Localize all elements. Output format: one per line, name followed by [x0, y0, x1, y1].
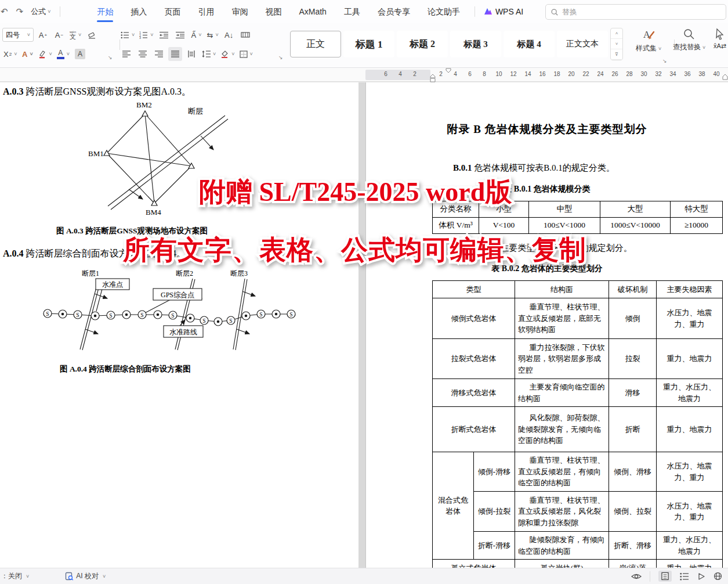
page-right[interactable]: 附录 B 危岩体规模分类及主要类型划分 B.0.1 危岩体规模可按表B.0.1的…: [366, 82, 728, 568]
table-cell: 重力拉张裂隙，下伏软弱岩层，软弱岩层多形成空腔: [515, 339, 609, 379]
tab-page[interactable]: 页面: [155, 0, 189, 23]
spellcheck-status[interactable]: ：关闭˅: [1, 571, 29, 581]
document-area[interactable]: A.0.3 跨活断层GNSS观测布设方案见图A.0.3。 BM2 BM1 BM4: [0, 82, 728, 568]
ruler-number: 22: [582, 71, 589, 77]
tab-stops-icon[interactable]: [238, 28, 252, 42]
tab-axmath[interactable]: AxMath: [290, 0, 335, 23]
tab-reference[interactable]: 引用: [189, 0, 223, 23]
borders-icon[interactable]: ˅: [238, 47, 254, 61]
tab-home[interactable]: 开始: [88, 0, 122, 23]
dialog-launcher-icon[interactable]: ↘: [278, 55, 283, 60]
figure-label-fault1: 断层1: [82, 269, 99, 277]
clear-format-icon[interactable]: [85, 28, 99, 42]
text-tool-icon[interactable]: A̋˅: [190, 28, 204, 42]
style-heading4[interactable]: 标题 4: [504, 31, 555, 57]
table-cell: 主要发育倾向临空面的结构面: [515, 379, 609, 407]
eye-protect-icon[interactable]: [631, 572, 642, 581]
char-shading-icon[interactable]: A: [73, 47, 87, 61]
page-view-icon[interactable]: [658, 571, 672, 582]
ruler-number: 40: [713, 71, 719, 77]
sort-icon[interactable]: A↓: [222, 28, 236, 42]
tab-tools[interactable]: 工具: [335, 0, 369, 23]
gallery-expand-icon[interactable]: ⊽: [611, 49, 622, 60]
style-bodytext[interactable]: 正文文本: [557, 31, 608, 57]
superscript-icon[interactable]: X2˅: [2, 47, 18, 61]
tab-member[interactable]: 会员专享: [369, 0, 419, 23]
search-input[interactable]: [562, 8, 721, 16]
wps-ai-label: WPS AI: [495, 7, 523, 16]
shading-icon[interactable]: ˅: [219, 47, 236, 61]
line-spacing-icon[interactable]: ˅: [201, 47, 217, 61]
align-left-icon[interactable]: [119, 47, 133, 61]
font-size-select[interactable]: 四号˅: [2, 28, 34, 42]
divider: [60, 6, 60, 17]
table-cell: 重力、地震力: [657, 339, 723, 379]
clause-text: 跨活断层GNSS观测布设方案见图A.0.3。: [26, 86, 191, 96]
formula-dropdown[interactable]: 公式˅: [27, 6, 54, 17]
table-cell: 崩(滚)落: [609, 560, 657, 568]
cursor-icon: [714, 28, 726, 41]
tab-insert[interactable]: 插入: [122, 0, 155, 23]
ruler[interactable]: 6 4 2 2 4 6 8 10 12 14 16 18 20 22 24 26…: [0, 68, 728, 82]
table-cell: 100≤V<1000: [529, 218, 600, 234]
chevron-down-icon: ˅: [103, 574, 106, 579]
select-tool-button[interactable]: x̂A⇄: [713, 28, 726, 50]
find-replace-button[interactable]: 查找替换˅: [673, 28, 705, 52]
ruler-number: 12: [510, 71, 516, 77]
ribbon-tabs: 开始 插入 页面 引用 审阅 视图 AxMath 工具 会员专享 论文助手: [88, 0, 468, 23]
dialog-launcher-icon[interactable]: ↘: [662, 58, 667, 64]
text-direction-icon[interactable]: ⇆˅: [206, 28, 220, 42]
decrease-font-icon[interactable]: A−: [52, 28, 66, 42]
font-color-icon[interactable]: A˅: [56, 47, 71, 61]
text-effects-icon[interactable]: A˅: [20, 47, 34, 61]
ruler-number: 30: [640, 71, 647, 77]
table-cell: 重力、水压力、地震力: [657, 379, 723, 407]
pinyin-guide-icon[interactable]: wén文˅: [68, 28, 82, 42]
gallery-up-icon[interactable]: ˄: [611, 28, 622, 39]
table-cell: 混合式危岩体: [433, 452, 474, 560]
align-center-icon[interactable]: [136, 47, 150, 61]
gallery-down-icon[interactable]: ˅: [611, 39, 622, 49]
outline-view-icon[interactable]: [680, 572, 689, 581]
style-heading1[interactable]: 标题 1: [343, 31, 394, 57]
undo-icon[interactable]: ↶: [0, 6, 12, 17]
style-heading2[interactable]: 标题 2: [397, 31, 448, 57]
style-heading3[interactable]: 标题 3: [450, 31, 501, 57]
play-view-icon[interactable]: [697, 572, 705, 581]
table-cell: 1000≤V<10000: [600, 218, 671, 234]
table-cell: 垂直节理、柱状节理、直立或反倾岩层，底部无软弱结构面: [515, 298, 609, 339]
decrease-indent-icon[interactable]: [157, 28, 171, 42]
page-left[interactable]: A.0.3 跨活断层GNSS观测布设方案见图A.0.3。 BM2 BM1 BM4: [0, 82, 358, 568]
ai-proofread-button[interactable]: AI 校对˅: [65, 571, 106, 581]
tab-view[interactable]: 视图: [256, 0, 290, 23]
style-label: 标题 2: [410, 38, 435, 51]
ruler-number: 20: [568, 71, 574, 77]
right-indent-marker[interactable]: [722, 74, 728, 80]
tab-paper-assistant[interactable]: 论文助手: [419, 0, 469, 23]
ribbon: 四号˅ A+ A− wén文˅ X2˅ A˅ ˅ A˅ A ↘ ˅ 123˅ A…: [0, 23, 728, 68]
dialog-launcher-icon[interactable]: ↘: [108, 55, 113, 60]
left-indent-marker[interactable]: [430, 74, 436, 82]
bullet-list-icon[interactable]: ˅: [119, 28, 136, 42]
first-line-indent-marker[interactable]: [446, 68, 451, 73]
increase-font-icon[interactable]: A+: [36, 28, 50, 42]
table-cell: 垂直节理、柱状节理、直立或反倾岩层，风化裂隙和重力拉张裂隙: [515, 492, 609, 532]
wps-ai-button[interactable]: WPS AI: [481, 7, 526, 16]
web-layout-icon[interactable]: [713, 572, 722, 581]
ruler-number: 6: [468, 71, 472, 77]
tab-review[interactable]: 审阅: [223, 0, 256, 23]
justify-icon[interactable]: [168, 47, 182, 61]
align-right-icon[interactable]: [152, 47, 166, 61]
redo-icon[interactable]: ↷: [12, 6, 28, 17]
figure-label-bm2: BM2: [136, 100, 152, 109]
svg-text:3: 3: [139, 36, 141, 39]
highlight-icon[interactable]: ˅: [37, 47, 53, 61]
wps-ai-logo-icon: [483, 8, 492, 16]
increase-indent-icon[interactable]: [173, 28, 187, 42]
numbered-list-icon[interactable]: 123˅: [138, 28, 154, 42]
style-set-button[interactable]: A 样式集˅: [636, 28, 661, 53]
style-normal[interactable]: 正文: [290, 31, 341, 57]
search-box: [545, 4, 726, 20]
chevron-down-icon: ˅: [27, 32, 30, 38]
distribute-icon[interactable]: [184, 47, 198, 61]
